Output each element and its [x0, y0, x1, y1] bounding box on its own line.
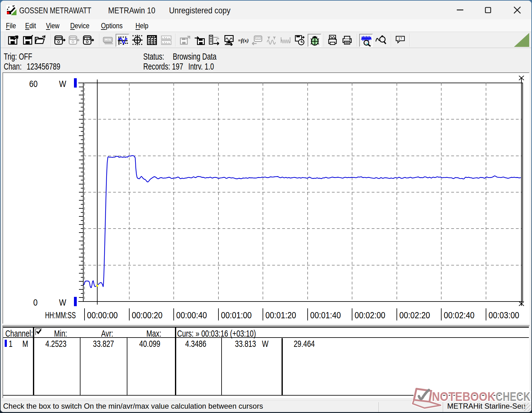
svg-text:60: 60: [29, 79, 38, 89]
svg-text:0: 0: [33, 297, 38, 307]
svg-text:00:01:00: 00:01:00: [221, 310, 252, 320]
svg-text:00:01:40: 00:01:40: [310, 310, 341, 320]
svg-text:00:00:40: 00:00:40: [176, 310, 207, 320]
svg-text:CHECK: CHECK: [496, 390, 530, 403]
svg-text:00:03:00: 00:03:00: [488, 310, 519, 320]
svg-text:00:02:20: 00:02:20: [399, 310, 430, 320]
svg-text:00:02:40: 00:02:40: [444, 310, 475, 320]
svg-text:00:00:00: 00:00:00: [87, 310, 118, 320]
svg-text:NOTEBOOK: NOTEBOOK: [432, 390, 495, 403]
svg-text:00:02:00: 00:02:00: [355, 310, 385, 320]
svg-text:00:01:20: 00:01:20: [265, 310, 296, 320]
svg-text:00:00:20: 00:00:20: [132, 310, 163, 320]
svg-text:W: W: [59, 297, 66, 307]
svg-text:HH:MM:SS: HH:MM:SS: [45, 310, 76, 320]
svg-text:W: W: [59, 79, 66, 89]
